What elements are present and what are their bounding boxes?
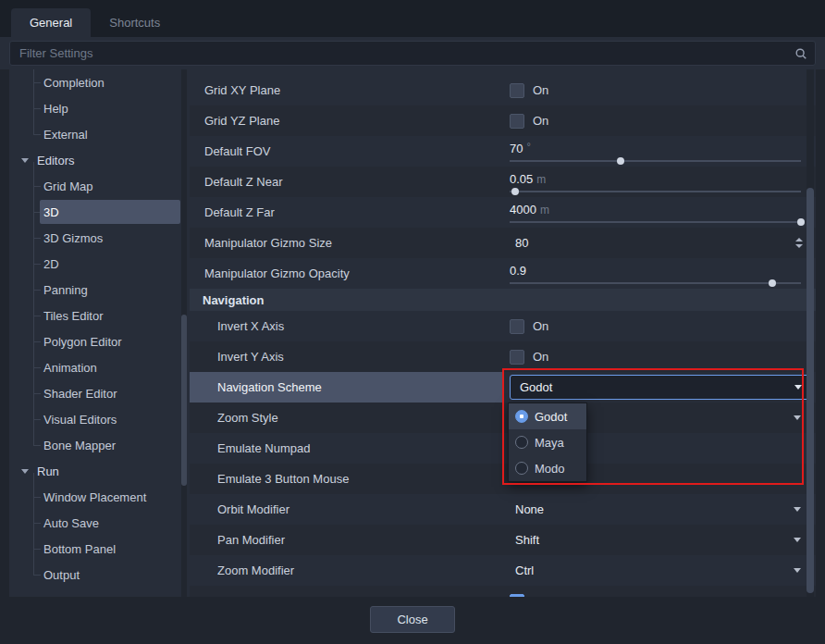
setting-label[interactable]: Orbit Modifier: [190, 494, 504, 525]
spinner-arrows-icon[interactable]: [795, 238, 803, 248]
setting-label[interactable]: Emulate Numpad: [190, 433, 504, 464]
slider-grabber[interactable]: [769, 279, 776, 287]
checkbox[interactable]: [510, 350, 524, 365]
sidebar-item-window-placement[interactable]: Window Placement: [9, 484, 190, 510]
search-input[interactable]: [18, 45, 794, 61]
tree-scrollbar-thumb[interactable]: [181, 315, 187, 486]
sidebar-item-3d-gizmos[interactable]: 3D Gizmos: [9, 225, 190, 251]
setting-label[interactable]: Zoom Modifier: [190, 555, 504, 586]
checkbox[interactable]: [510, 114, 524, 129]
chevron-down-icon: [21, 469, 29, 474]
filter-settings-field[interactable]: [9, 41, 816, 66]
sidebar-item-2d[interactable]: 2D: [9, 251, 190, 277]
tab-label: Shortcuts: [109, 16, 160, 30]
slider-track[interactable]: [510, 191, 801, 192]
radio-icon: [515, 462, 528, 475]
sidebar-item-label: Bottom Panel: [43, 542, 116, 556]
setting-label[interactable]: Invert X Axis: [190, 311, 504, 341]
slider-grabber[interactable]: [797, 218, 805, 226]
sidebar-item-label: Editors: [37, 154, 74, 167]
spinner-value[interactable]: 80: [510, 236, 528, 250]
setting-label[interactable]: Default FOV: [190, 136, 504, 167]
setting-label[interactable]: Manipulator Gizmo Opacity: [190, 258, 504, 289]
slider-value[interactable]: 0.9: [510, 264, 526, 278]
setting-label[interactable]: Invert Y Axis: [190, 341, 504, 372]
checkbox[interactable]: [510, 83, 524, 98]
sidebar-item-grid-map[interactable]: Grid Map: [9, 173, 190, 199]
setting-label[interactable]: Zoom Style: [190, 402, 504, 433]
sidebar-item-completion[interactable]: Completion: [9, 69, 190, 95]
chevron-down-icon: [21, 158, 29, 163]
setting-label[interactable]: Pan Modifier: [190, 525, 504, 555]
chevron-down-icon[interactable]: [794, 568, 801, 573]
settings-scrollbar[interactable]: [807, 69, 814, 597]
sidebar-item-polygon-editor[interactable]: Polygon Editor: [9, 328, 190, 354]
slider-value[interactable]: 0.05: [510, 172, 533, 186]
tab-shortcuts[interactable]: Shortcuts: [91, 8, 179, 37]
slider-track[interactable]: [510, 160, 801, 162]
setting-row: Invert Y Axis On: [190, 341, 816, 372]
tab-bar: General Shortcuts: [0, 0, 825, 37]
chevron-down-icon[interactable]: [794, 507, 801, 512]
slider-grabber[interactable]: [511, 188, 519, 195]
sidebar-item-output[interactable]: Output: [9, 562, 190, 588]
setting-label[interactable]: Manipulator Gizmo Size: [190, 228, 504, 258]
sidebar-item-visual-editors[interactable]: Visual Editors: [9, 406, 190, 432]
sidebar-item-external[interactable]: External: [9, 121, 190, 147]
dropdown-value: Shift: [510, 533, 539, 547]
setting-row: Zoom Style: [190, 402, 816, 433]
setting-row: Zoom Modifier Ctrl: [190, 555, 816, 586]
checkbox-label: On: [533, 350, 548, 364]
chevron-down-icon: [794, 385, 802, 390]
sidebar-item-label: Window Placement: [43, 490, 146, 504]
dropdown-option-modo[interactable]: Modo: [509, 455, 586, 481]
setting-label[interactable]: Warped Mouse Panning: [190, 586, 504, 597]
setting-row: Warped Mouse Panning: [190, 586, 816, 597]
setting-row: Grid YZ Plane On: [190, 105, 816, 136]
checkbox[interactable]: [510, 319, 524, 334]
settings-scrollbar-thumb[interactable]: [807, 188, 814, 593]
value-suffix: m: [540, 204, 549, 217]
dropdown-value: None: [510, 502, 544, 516]
navigation-scheme-dropdown[interactable]: Godot: [510, 375, 812, 400]
slider-value[interactable]: 4000: [510, 203, 536, 217]
sidebar-item-label: Run: [37, 464, 59, 478]
value-suffix: m: [536, 173, 546, 186]
sidebar-item-animation[interactable]: Animation: [9, 354, 190, 380]
sidebar-item-label: Completion: [43, 76, 105, 90]
sidebar-item-tiles-editor[interactable]: Tiles Editor: [9, 303, 190, 328]
setting-label[interactable]: Default Z Far: [190, 197, 504, 228]
sidebar-item-run[interactable]: Run: [9, 458, 190, 484]
setting-label[interactable]: Navigation Scheme: [190, 372, 504, 402]
tab-general[interactable]: General: [11, 8, 91, 37]
chevron-down-icon[interactable]: [794, 415, 801, 420]
slider-grabber[interactable]: [617, 157, 624, 165]
chevron-down-icon[interactable]: [794, 538, 801, 542]
setting-row: Default Z Near 0.05m: [190, 167, 816, 197]
sidebar-item-panning[interactable]: Panning: [9, 277, 190, 303]
setting-row: Default Z Far 4000m: [190, 197, 816, 228]
sidebar-item-3d[interactable]: 3D: [9, 199, 190, 225]
slider-track[interactable]: [510, 221, 801, 223]
dropdown-option-godot[interactable]: Godot: [509, 403, 586, 429]
footer-bar: Close: [0, 597, 825, 644]
slider-track[interactable]: [510, 282, 801, 284]
sidebar-item-label: Output: [43, 568, 80, 582]
settings-content: Completion Help External Editors Grid Ma…: [9, 69, 816, 597]
sidebar-item-bottom-panel[interactable]: Bottom Panel: [9, 536, 190, 562]
setting-row-navigation-scheme: Navigation Scheme Godot: [190, 372, 816, 402]
dropdown-option-maya[interactable]: Maya: [509, 429, 586, 455]
sidebar-item-label: Shader Editor: [43, 387, 117, 401]
sidebar-item-bone-mapper[interactable]: Bone Mapper: [9, 432, 190, 458]
tree-scrollbar[interactable]: [181, 69, 187, 597]
sidebar-item-auto-save[interactable]: Auto Save: [9, 510, 190, 536]
sidebar-item-shader-editor[interactable]: Shader Editor: [9, 380, 190, 406]
slider-value[interactable]: 70: [510, 142, 523, 155]
close-button[interactable]: Close: [370, 606, 454, 633]
setting-label[interactable]: Grid XY Plane: [190, 75, 504, 105]
setting-label[interactable]: Grid YZ Plane: [190, 105, 504, 136]
setting-label[interactable]: Emulate 3 Button Mouse: [190, 464, 504, 494]
sidebar-item-editors[interactable]: Editors: [9, 147, 190, 173]
sidebar-item-help[interactable]: Help: [9, 95, 190, 121]
setting-label[interactable]: Default Z Near: [190, 167, 504, 197]
